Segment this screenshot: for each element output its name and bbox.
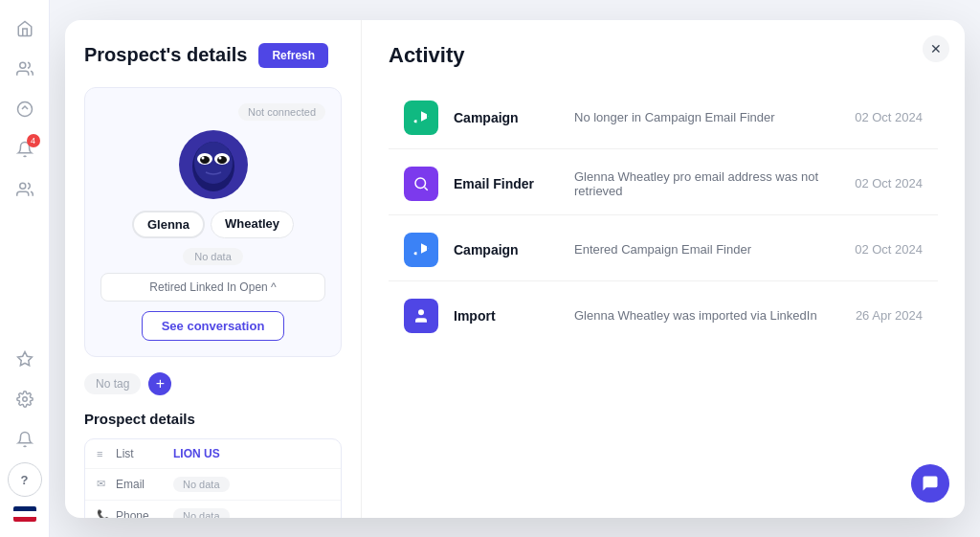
activity-title: Activity [389, 43, 938, 68]
svg-point-8 [217, 156, 227, 164]
email-icon: ✉ [97, 478, 116, 490]
group-icon[interactable] [8, 172, 42, 207]
see-conversation-button[interactable]: See conversation [142, 311, 285, 341]
tag-row: No tag + [84, 372, 342, 395]
activity-date-3: 02 Oct 2024 [836, 242, 923, 257]
campaign-icon-1 [404, 101, 438, 135]
email-finder-icon [404, 167, 438, 201]
details-table: ≡ List LION US ✉ Email No data 📞 Phone N… [84, 438, 342, 518]
svg-point-7 [200, 156, 210, 164]
activity-desc-2: Glenna Wheatley pro email address was no… [574, 169, 821, 198]
list-label: List [116, 447, 173, 460]
refresh-button[interactable]: Refresh [258, 43, 328, 68]
svg-point-2 [22, 397, 27, 402]
not-connected-badge: Not connected [238, 103, 325, 121]
bell-icon[interactable]: 4 [8, 132, 42, 167]
svg-point-1 [19, 183, 25, 189]
modal-overlay: ✕ Prospect's details Refresh Not connect… [50, 0, 980, 537]
linkedin-field[interactable]: Retired Linked In Open ^ [100, 273, 325, 302]
activity-item-3: Campaign Entered Campaign Email Finder 0… [389, 219, 938, 281]
import-icon [404, 299, 438, 333]
prospect-details-title: Prospect details [84, 411, 342, 427]
list-icon: ≡ [97, 448, 116, 459]
activity-item-2: Email Finder Glenna Wheatley pro email a… [389, 153, 938, 215]
last-name-tag[interactable]: Wheatley [211, 211, 294, 238]
activity-desc-3: Entered Campaign Email Finder [574, 242, 821, 257]
svg-point-10 [218, 156, 221, 159]
activity-name-4: Import [454, 308, 559, 324]
profile-card: Not connected [84, 87, 342, 357]
rocket-icon[interactable] [8, 92, 42, 126]
campaign-icon-2 [404, 233, 438, 267]
gear-icon[interactable] [8, 382, 42, 416]
add-tag-button[interactable]: + [148, 372, 171, 395]
activity-desc-4: Glenna Wheatley was imported via LinkedI… [574, 308, 821, 323]
detail-row-list: ≡ List LION US [85, 439, 341, 469]
activity-date-1: 02 Oct 2024 [836, 110, 923, 124]
activity-item-1: Campaign No longer in Campaign Email Fin… [389, 87, 938, 149]
list-value[interactable]: LION US [173, 447, 220, 460]
activity-name-2: Email Finder [454, 176, 559, 191]
notification-badge: 4 [27, 134, 40, 147]
phone-value: No data [173, 508, 230, 518]
svg-point-9 [201, 156, 204, 159]
detail-row-phone: 📞 Phone No data [85, 501, 341, 518]
chat-bubble-button[interactable] [911, 464, 949, 503]
flag-icon [13, 506, 36, 522]
right-panel: Activity Campaign No longer in Campaign … [362, 20, 965, 518]
svg-point-0 [19, 62, 25, 68]
avatar [179, 130, 248, 199]
first-name-tag[interactable]: Glenna [132, 211, 205, 238]
close-button[interactable]: ✕ [923, 35, 949, 62]
no-tag-label: No tag [84, 373, 141, 394]
detail-row-email: ✉ Email No data [85, 469, 341, 501]
panel-title: Prospect's details [84, 44, 247, 66]
name-tags: Glenna Wheatley [132, 211, 294, 238]
svg-point-11 [415, 178, 426, 189]
activity-date-4: 26 Apr 2024 [836, 308, 923, 323]
phone-icon: 📞 [97, 509, 116, 518]
prospect-modal: ✕ Prospect's details Refresh Not connect… [65, 20, 965, 518]
email-value: No data [173, 477, 230, 492]
activity-list: Campaign No longer in Campaign Email Fin… [389, 87, 938, 347]
svg-point-13 [418, 309, 424, 315]
activity-name-1: Campaign [454, 110, 559, 125]
sidebar: 4 ? [0, 0, 50, 537]
no-data-badge: No data [183, 248, 243, 265]
crown-icon[interactable] [8, 342, 42, 376]
activity-name-3: Campaign [454, 242, 559, 257]
question-icon[interactable]: ? [8, 462, 42, 497]
svg-line-12 [424, 187, 427, 190]
phone-label: Phone [116, 509, 173, 518]
panel-header: Prospect's details Refresh [84, 43, 342, 68]
activity-item-4: Import Glenna Wheatley was imported via … [389, 285, 938, 347]
bell2-icon[interactable] [8, 422, 42, 457]
main-area: ✕ Prospect's details Refresh Not connect… [50, 0, 980, 537]
left-panel: Prospect's details Refresh Not connected [65, 20, 362, 518]
email-label: Email [116, 478, 173, 491]
activity-desc-1: No longer in Campaign Email Finder [574, 110, 821, 124]
home-icon[interactable] [8, 11, 42, 46]
users-icon[interactable] [8, 52, 42, 86]
activity-date-2: 02 Oct 2024 [836, 176, 923, 190]
